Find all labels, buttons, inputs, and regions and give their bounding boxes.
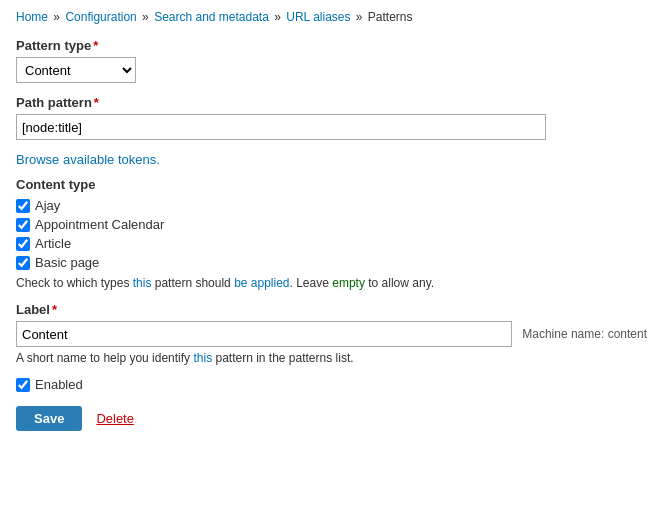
pattern-type-select[interactable]: Content User Taxonomy [16, 57, 136, 83]
checkbox-ajay: Ajay [16, 198, 647, 213]
checkbox-ajay-label: Ajay [35, 198, 60, 213]
label-field-label: Label* [16, 302, 647, 317]
machine-name: Machine name: content [522, 327, 647, 341]
checkbox-article-input[interactable] [16, 237, 30, 251]
label-group: Label* Machine name: content A short nam… [16, 302, 647, 365]
pattern-type-label: Pattern type* [16, 38, 647, 53]
label-input-row: Machine name: content [16, 321, 647, 347]
breadcrumb: Home » Configuration » Search and metada… [16, 10, 647, 24]
enabled-row: Enabled [16, 377, 647, 392]
path-pattern-label: Path pattern* [16, 95, 647, 110]
enabled-label: Enabled [35, 377, 83, 392]
content-type-heading: Content type [16, 177, 647, 192]
checkbox-ajay-input[interactable] [16, 199, 30, 213]
checkbox-appointment: Appointment Calendar [16, 217, 647, 232]
checkbox-article: Article [16, 236, 647, 251]
checkbox-appointment-label: Appointment Calendar [35, 217, 164, 232]
checkbox-appointment-input[interactable] [16, 218, 30, 232]
breadcrumb-patterns: Patterns [368, 10, 413, 24]
checkbox-basic-page: Basic page [16, 255, 647, 270]
checkbox-article-label: Article [35, 236, 71, 251]
breadcrumb-configuration[interactable]: Configuration [65, 10, 136, 24]
delete-link[interactable]: Delete [96, 411, 134, 426]
action-buttons: Save Delete [16, 406, 647, 431]
checkbox-basic-page-label: Basic page [35, 255, 99, 270]
breadcrumb-home[interactable]: Home [16, 10, 48, 24]
path-pattern-group: Path pattern* [16, 95, 647, 140]
label-hint: A short name to help you identify this p… [16, 351, 647, 365]
content-type-group: Content type Ajay Appointment Calendar A… [16, 177, 647, 290]
checkbox-basic-page-input[interactable] [16, 256, 30, 270]
label-input[interactable] [16, 321, 512, 347]
path-pattern-input[interactable] [16, 114, 546, 140]
save-button[interactable]: Save [16, 406, 82, 431]
breadcrumb-search-metadata[interactable]: Search and metadata [154, 10, 269, 24]
content-type-hint: Check to which types this pattern should… [16, 276, 647, 290]
pattern-type-group: Pattern type* Content User Taxonomy [16, 38, 647, 83]
enabled-checkbox[interactable] [16, 378, 30, 392]
breadcrumb-url-aliases[interactable]: URL aliases [286, 10, 350, 24]
browse-tokens-link[interactable]: Browse available tokens. [16, 152, 160, 167]
